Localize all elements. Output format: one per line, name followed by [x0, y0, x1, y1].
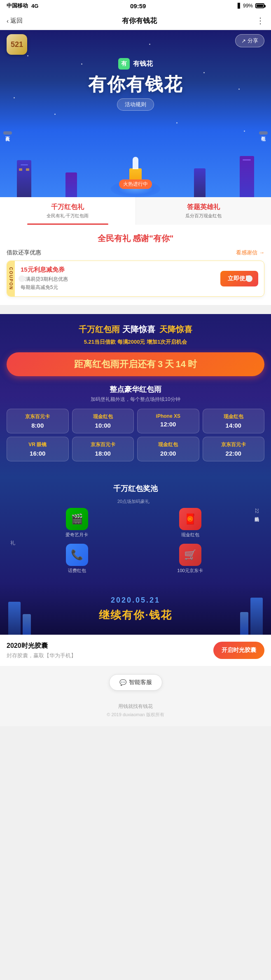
- capsule-section: 2020时光胶囊 封存胶囊，赢取【华为手机】 开启时光胶囊: [0, 635, 271, 666]
- coupon-notch-left: [19, 275, 25, 282]
- grid-item-7[interactable]: 京东百元卡 22:00: [203, 437, 265, 461]
- tab2-subtitle: 瓜分百万现金红包: [140, 213, 267, 219]
- grid-prize-2: iPhone XS: [140, 413, 196, 419]
- building-3: [194, 168, 206, 197]
- nav-bar: ‹ 返回 有你有钱花 ⋮: [0, 12, 271, 30]
- more-options-button[interactable]: ⋮: [256, 16, 264, 26]
- back-button[interactable]: ‹ 返回: [7, 17, 23, 25]
- smart-service-button[interactable]: 💬 智能客服: [109, 674, 162, 691]
- service-section: 💬 智能客服: [0, 666, 271, 699]
- grid-section-title: 整点豪华红包雨: [7, 384, 264, 394]
- gift-section: 全民有礼 感谢"有你" 借款还享优惠 看感谢信 → COUPON 15元利息减免…: [0, 225, 271, 305]
- grid-item-2[interactable]: iPhone XS 12:00: [137, 409, 199, 433]
- capsule-button[interactable]: 开启时光胶囊: [213, 642, 264, 659]
- countdown-pre: 距离红包雨开启还有: [74, 359, 156, 369]
- date-subtitle-pre: 继续有你·: [99, 609, 149, 621]
- loan-row: 借款还享优惠 看感谢信 →: [7, 249, 264, 256]
- back-label: 返回: [10, 17, 23, 25]
- grid-prize-1: 现金红包: [75, 413, 131, 420]
- activity-rules-button[interactable]: 活动规则: [117, 98, 154, 111]
- grid-item-1[interactable]: 现金红包 10:00: [72, 409, 134, 433]
- coupon-desc2: 每期最高减免5元: [21, 284, 215, 291]
- network: 4G: [31, 3, 38, 9]
- building-1: [17, 160, 31, 197]
- grid-time-0: 8:00: [9, 422, 66, 429]
- hot-badge: 火热进行中: [119, 179, 152, 189]
- page-title: 有你有钱花: [122, 16, 157, 26]
- tab-quiz[interactable]: 答题英雄礼 瓜分百万现金红包: [136, 197, 271, 225]
- pool-right-label: 22点场加码豪礼: [254, 508, 260, 513]
- platform-area: [111, 148, 160, 197]
- pool-title: 千万红包奖池: [7, 477, 264, 498]
- grid-time-2: 12:00: [140, 421, 196, 428]
- hot-badge-container: 火热进行中: [119, 177, 152, 189]
- grid-prize-0: 京东百元卡: [9, 413, 66, 420]
- pool-icon-envelope: 🧧: [179, 508, 201, 530]
- coupon-desc1: 享满易贷3期利息优惠: [21, 275, 215, 283]
- rain-subtitle-post: 增加1次开启机会: [147, 339, 187, 345]
- grid-prize-7: 京东百元卡: [206, 441, 262, 448]
- rain-subtitle: 5.21当日借款 每满2000元 增加1次开启机会: [7, 338, 264, 346]
- grid-item-3[interactable]: 现金红包 14:00: [203, 409, 265, 433]
- gift-heading-text: 全民有礼 感谢: [98, 234, 150, 243]
- coupon-use-button[interactable]: 立即使用: [220, 271, 258, 286]
- pool-label-3: 100元京东卡: [136, 568, 244, 574]
- grid-prize-3: 现金红包: [206, 413, 262, 420]
- rain-subtitle-pre: 5.21当日借款: [84, 339, 116, 345]
- grid-item-5[interactable]: 京东百元卡 18:00: [72, 437, 134, 461]
- rain-title-sub-text: 天降惊喜: [159, 324, 192, 335]
- pool-icon-iqiyi: 🎬: [66, 508, 88, 530]
- grid-item-4[interactable]: VR 眼镜 16:00: [7, 437, 69, 461]
- coupon-card: COUPON 15元利息减免券 享满易贷3期利息优惠 每期最高减免5元 立即使用: [7, 261, 264, 296]
- rain-title-row: 千万红包雨 天降惊喜 天降惊喜: [7, 324, 264, 335]
- pool-col2-label: 20点场加码豪礼: [23, 498, 244, 505]
- pool-icons-grid: 🎬 爱奇艺月卡 🧧 现金红包 📞 话费红包 🛒 100元京东卡: [23, 508, 244, 574]
- deco-block-4: [240, 612, 248, 635]
- grid-time-3: 14:00: [206, 422, 262, 429]
- tab2-title: 答题英雄礼: [140, 203, 267, 212]
- tab1-title: 千万红包礼: [4, 203, 131, 212]
- pool-section: 千万红包奖池 礼 20点场加码豪礼 🎬 爱奇艺月卡 🧧 现金红包 📞 话费红包: [0, 477, 271, 584]
- capsule-title: 2020时光胶囊: [7, 642, 208, 650]
- building-2: [65, 172, 77, 197]
- share-icon: ↗: [241, 38, 246, 44]
- tab1-subtitle: 全民有礼·千万红包雨: [4, 213, 131, 219]
- service-label: 智能客服: [129, 679, 152, 686]
- coupon-content: 15元利息减免券 享满易贷3期利息优惠 每期最高减免5元: [15, 261, 220, 296]
- pool-col-left-label: 礼: [8, 498, 16, 574]
- countdown-unit-hours: 时: [188, 359, 197, 369]
- status-bar: 中国移动 4G 09:59 ▋ 99%: [0, 0, 271, 12]
- back-chevron-icon: ‹: [7, 17, 9, 24]
- grid-time-6: 20:00: [140, 450, 196, 457]
- building-4: [240, 156, 254, 197]
- date-section: 2020.05.21 继续有你·钱花: [0, 584, 271, 635]
- tab-active-indicator: [27, 223, 108, 225]
- grid-time-7: 22:00: [206, 450, 262, 457]
- service-icon: 💬: [119, 679, 126, 686]
- banner-brand: 有 有钱花: [0, 55, 271, 74]
- grid-section-sub: 加码堡礼额外送，每个整点场持续10分钟: [7, 396, 264, 403]
- grid-item-0[interactable]: 京东百元卡 8:00: [7, 409, 69, 433]
- side-label-right: 千万红包礼: [259, 131, 268, 135]
- rain-title: 千万红包雨 天降惊喜: [79, 324, 155, 335]
- date-subtitle-highlight: 钱花: [149, 609, 172, 621]
- logo-521: 521: [7, 34, 27, 55]
- share-label: 分享: [248, 37, 258, 44]
- brand-icon: 有: [118, 58, 130, 70]
- grid-item-6[interactable]: 现金红包 20:00: [137, 437, 199, 461]
- pool-item-0: 🎬 爱奇艺月卡: [23, 508, 131, 538]
- pool-icon-jd: 🛒: [179, 544, 201, 566]
- deco-block-1: [8, 602, 21, 635]
- rain-title-text: 千万红包雨: [79, 325, 120, 334]
- tab-red-envelope[interactable]: 千万红包礼 全民有礼·千万红包雨: [0, 197, 136, 225]
- countdown-unit-days: 天: [165, 359, 174, 369]
- deco-block-2: [23, 614, 31, 635]
- pool-icon-phone: 📞: [66, 544, 88, 566]
- share-button[interactable]: ↗ 分享: [235, 34, 264, 47]
- grid-prize-5: 京东百元卡: [75, 441, 131, 448]
- side-label-left: 百万发礼火会: [3, 131, 12, 135]
- see-more-link[interactable]: 看感谢信 →: [236, 249, 264, 256]
- footer: 用钱就找有钱花 © 2019 duxiaoman 版权所有: [0, 699, 271, 726]
- date-subtitle: 继续有你·钱花: [7, 608, 264, 622]
- section-separator-1: [0, 305, 271, 309]
